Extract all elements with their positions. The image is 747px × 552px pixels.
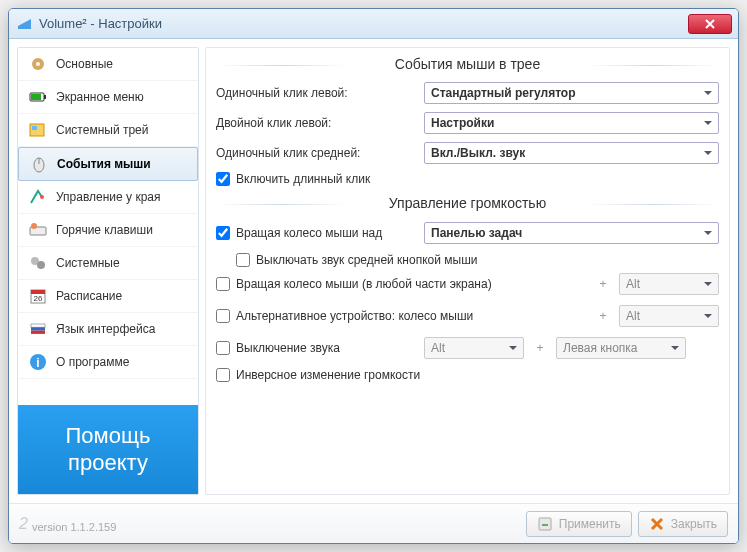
svg-rect-20 bbox=[31, 331, 45, 334]
single-middle-label: Одиночный клик средней: bbox=[216, 146, 416, 160]
sidebar-item-hotkeys[interactable]: Горячие клавиши bbox=[18, 214, 198, 247]
wheel-anywhere-key-combo: Alt bbox=[619, 273, 719, 295]
version-text: version 1.1.2.159 bbox=[32, 521, 116, 533]
donate-banner[interactable]: Помощь проекту bbox=[18, 405, 198, 494]
double-left-label: Двойной клик левой: bbox=[216, 116, 416, 130]
mute-input[interactable] bbox=[216, 341, 230, 355]
window-title: Volume² - Настройки bbox=[39, 16, 688, 31]
sidebar-item-label: Основные bbox=[56, 57, 113, 71]
sidebar-item-label: Горячие клавиши bbox=[56, 223, 153, 237]
long-click-input[interactable] bbox=[216, 172, 230, 186]
window-close-button[interactable] bbox=[688, 14, 732, 34]
inverse-input[interactable] bbox=[216, 368, 230, 382]
mouse-icon bbox=[29, 154, 49, 174]
apply-button[interactable]: Применить bbox=[526, 511, 632, 537]
flag-icon bbox=[28, 319, 48, 339]
svg-point-14 bbox=[37, 261, 45, 269]
sidebar-item-edge[interactable]: Управление у края bbox=[18, 181, 198, 214]
section-volume-title: Управление громкостью bbox=[216, 191, 719, 217]
alt-device-input[interactable] bbox=[216, 309, 230, 323]
info-icon: i bbox=[28, 352, 48, 372]
alt-device-label: Альтернативное устройство: колесо мыши bbox=[236, 309, 473, 323]
sidebar-item-about[interactable]: i О программе bbox=[18, 346, 198, 379]
sidebar-item-tray[interactable]: Системный трей bbox=[18, 114, 198, 147]
close-button[interactable]: Закрыть bbox=[638, 511, 728, 537]
wheel-anywhere-label: Вращая колесо мыши (в любой части экрана… bbox=[236, 277, 492, 291]
sidebar-item-label: О программе bbox=[56, 355, 129, 369]
sidebar: Основные Экранное меню Системный трей Со… bbox=[17, 47, 199, 495]
row-alt-device: Альтернативное устройство: колесо мыши +… bbox=[216, 304, 719, 328]
section-tray-title: События мыши в трее bbox=[216, 52, 719, 78]
row-single-left: Одиночный клик левой: Стандартный регуля… bbox=[216, 82, 719, 104]
svg-rect-4 bbox=[31, 94, 41, 100]
svg-marker-0 bbox=[18, 19, 31, 29]
wheel-over-checkbox[interactable]: Вращая колесо мыши над bbox=[216, 226, 416, 240]
inverse-label: Инверсное изменение громкости bbox=[236, 368, 420, 382]
svg-rect-19 bbox=[31, 327, 45, 330]
svg-rect-7 bbox=[32, 126, 37, 130]
mute-middle-label: Выключать звук средней кнопкой мыши bbox=[256, 253, 477, 267]
mute-key1-combo: Alt bbox=[424, 337, 524, 359]
wheel-anywhere-checkbox[interactable]: Вращая колесо мыши (в любой части экрана… bbox=[216, 277, 587, 291]
sidebar-item-label: Системный трей bbox=[56, 123, 149, 137]
mute-middle-checkbox[interactable]: Выключать звук средней кнопкой мыши bbox=[236, 253, 719, 267]
close-icon bbox=[649, 516, 665, 532]
sidebar-item-language[interactable]: Язык интерфейса bbox=[18, 313, 198, 346]
version-block: 2 version 1.1.2.159 bbox=[19, 515, 116, 533]
svg-point-10 bbox=[40, 195, 44, 199]
keyboard-icon bbox=[28, 220, 48, 240]
alt-device-key-combo: Alt bbox=[619, 305, 719, 327]
sidebar-item-label: Расписание bbox=[56, 289, 122, 303]
mute-middle-input[interactable] bbox=[236, 253, 250, 267]
main-panel: События мыши в трее Одиночный клик левой… bbox=[205, 47, 730, 495]
row-wheel-over: Вращая колесо мыши над Панелью задач bbox=[216, 221, 719, 245]
row-single-middle: Одиночный клик средней: Вкл./Выкл. звук bbox=[216, 142, 719, 164]
plus-separator: + bbox=[595, 277, 611, 291]
svg-text:i: i bbox=[36, 356, 39, 370]
svg-text:26: 26 bbox=[34, 294, 43, 303]
svg-rect-5 bbox=[44, 95, 46, 99]
apply-icon bbox=[537, 516, 553, 532]
row-wheel-anywhere: Вращая колесо мыши (в любой части экрана… bbox=[216, 272, 719, 296]
donate-line1: Помощь bbox=[24, 423, 192, 449]
system-icon bbox=[28, 253, 48, 273]
long-click-label: Включить длинный клик bbox=[236, 172, 370, 186]
sidebar-item-mouse-events[interactable]: События мыши bbox=[18, 147, 198, 181]
plus-separator: + bbox=[532, 341, 548, 355]
version-big: 2 bbox=[19, 515, 28, 533]
gear-icon bbox=[28, 54, 48, 74]
wheel-anywhere-input[interactable] bbox=[216, 277, 230, 291]
long-click-checkbox[interactable]: Включить длинный клик bbox=[216, 172, 719, 186]
row-double-left: Двойной клик левой: Настройки bbox=[216, 112, 719, 134]
row-mute: Выключение звука Alt + Левая кнопка bbox=[216, 336, 719, 360]
mute-checkbox[interactable]: Выключение звука bbox=[216, 341, 416, 355]
double-left-combo[interactable]: Настройки bbox=[424, 112, 719, 134]
tray-icon bbox=[28, 120, 48, 140]
body: Основные Экранное меню Системный трей Со… bbox=[9, 39, 738, 503]
sidebar-item-label: События мыши bbox=[57, 157, 151, 171]
apply-label: Применить bbox=[559, 517, 621, 531]
close-label: Закрыть bbox=[671, 517, 717, 531]
svg-point-2 bbox=[36, 62, 40, 66]
footer: 2 version 1.1.2.159 Применить Закрыть bbox=[9, 503, 738, 543]
wheel-over-label: Вращая колесо мыши над bbox=[236, 226, 382, 240]
mute-label: Выключение звука bbox=[236, 341, 340, 355]
calendar-icon: 26 bbox=[28, 286, 48, 306]
alt-device-checkbox[interactable]: Альтернативное устройство: колесо мыши bbox=[216, 309, 587, 323]
inverse-checkbox[interactable]: Инверсное изменение громкости bbox=[216, 368, 719, 382]
sidebar-item-osd[interactable]: Экранное меню bbox=[18, 81, 198, 114]
wheel-over-combo[interactable]: Панелью задач bbox=[424, 222, 719, 244]
single-left-combo[interactable]: Стандартный регулятор bbox=[424, 82, 719, 104]
sidebar-item-label: Управление у края bbox=[56, 190, 160, 204]
donate-line2: проекту bbox=[24, 450, 192, 476]
single-left-label: Одиночный клик левой: bbox=[216, 86, 416, 100]
sidebar-item-system[interactable]: Системные bbox=[18, 247, 198, 280]
wheel-over-input[interactable] bbox=[216, 226, 230, 240]
app-icon bbox=[17, 16, 33, 32]
sidebar-item-label: Системные bbox=[56, 256, 120, 270]
sidebar-item-schedule[interactable]: 26 Расписание bbox=[18, 280, 198, 313]
single-middle-combo[interactable]: Вкл./Выкл. звук bbox=[424, 142, 719, 164]
sidebar-item-general[interactable]: Основные bbox=[18, 48, 198, 81]
titlebar[interactable]: Volume² - Настройки bbox=[9, 9, 738, 39]
svg-rect-18 bbox=[31, 324, 45, 327]
